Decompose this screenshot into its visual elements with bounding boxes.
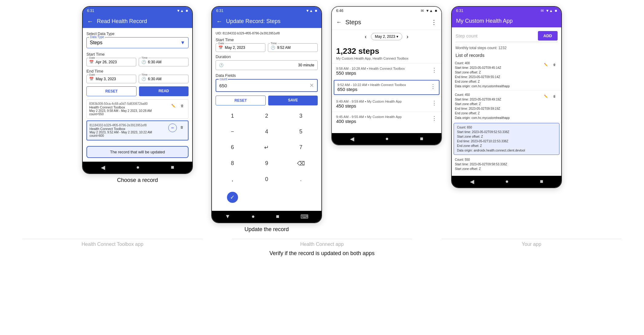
phone1-record1-delete-button[interactable]: 🗑 bbox=[178, 102, 186, 109]
numpad-4[interactable]: 4 bbox=[250, 124, 283, 139]
phone2-save-button[interactable]: SAVE bbox=[268, 96, 318, 105]
phone3-recent-nav[interactable]: ■ bbox=[420, 136, 423, 142]
phone3-status-bar: 6:46 ✉ ▼▲ ■ bbox=[332, 7, 441, 15]
phone2-back-nav[interactable]: ▼ bbox=[225, 213, 230, 220]
phone3-record-4[interactable]: 9:45 AM - 9:55 AM • My Custom Health App… bbox=[332, 112, 441, 127]
phone2-start-time-field[interactable]: Time 🕐 9:52 AM bbox=[268, 43, 318, 52]
phone2-clear-icon[interactable]: ✕ bbox=[309, 82, 314, 89]
phone1-record1-text: 8383b308-50ca-4c68-a0d7-5d830672ba80 Hea… bbox=[89, 102, 170, 116]
phone1-content: Select Data Type Data Type Steps ▼ Start… bbox=[83, 28, 192, 162]
phone1-record2-actions: ✏ 🗑 bbox=[168, 124, 185, 132]
numpad-9[interactable]: 9 bbox=[250, 156, 283, 171]
phone4-record4-count: Count: 550 bbox=[455, 157, 558, 162]
numpad-1[interactable]: 1 bbox=[216, 108, 249, 124]
phone1-back-nav[interactable]: ◀ bbox=[101, 164, 105, 171]
numpad-3[interactable]: 3 bbox=[284, 108, 318, 124]
phone2-status-bar: 6:31 ▼▲ ■ bbox=[212, 7, 321, 15]
phone4-add-button[interactable]: ADD bbox=[538, 31, 558, 41]
numpad-dot[interactable]: . bbox=[284, 172, 318, 187]
phone2-recent-nav[interactable]: ■ bbox=[276, 213, 279, 220]
phone4-app-bar: My Custom Health App bbox=[452, 15, 561, 27]
phone1-back-button[interactable]: ← bbox=[87, 18, 93, 25]
phone1-start-date-field[interactable]: Date 📅 Apr 26, 2023 bbox=[86, 58, 136, 66]
phone1-reset-button[interactable]: RESET bbox=[86, 86, 137, 96]
phone3-next-date[interactable]: › bbox=[407, 34, 408, 40]
phone2-duration-field[interactable]: 🕐 30 minute bbox=[216, 60, 318, 70]
phone4-record1-end-zone: End zone offset: Z bbox=[455, 79, 542, 84]
phone3-record-2[interactable]: 9:52 AM - 10:22 AM • Health Connect Tool… bbox=[334, 80, 439, 95]
phone1-record2-delete-button[interactable]: 🗑 bbox=[178, 124, 185, 131]
phone2-content: UID: 81184332-b329-4f05-8796-2e3913951ef… bbox=[212, 28, 321, 211]
phone3-record4-time: 9:45 AM - 9:55 AM • My Custom Health App bbox=[336, 115, 402, 119]
phone1-record1-edit-button[interactable]: ✏️ bbox=[170, 102, 177, 109]
phone2-start-datetime-row: Date 📅 May 2, 2023 Time 🕐 9:52 AM bbox=[216, 43, 318, 52]
phone1-read-button[interactable]: READ bbox=[139, 86, 189, 96]
phone1-recent-nav[interactable]: ■ bbox=[171, 164, 174, 171]
numpad-0[interactable]: 0 bbox=[250, 172, 283, 187]
phone4-record2-delete-button[interactable]: 🗑 bbox=[551, 93, 558, 100]
phone3-back-nav[interactable]: ◀ bbox=[350, 136, 354, 142]
numpad-comma[interactable]: , bbox=[216, 172, 249, 187]
numpad-2[interactable]: 2 bbox=[250, 108, 283, 124]
phone1-end-date-field[interactable]: Date 📅 May 3, 2023 bbox=[86, 75, 136, 83]
numpad-check[interactable]: ✓ bbox=[216, 187, 249, 207]
phone1-data-type-select[interactable]: Data Type Steps ▼ bbox=[86, 37, 189, 48]
phone2-keyboard-nav[interactable]: ⌨ bbox=[300, 213, 308, 220]
phone1-record2-edit-button[interactable]: ✏ bbox=[168, 124, 177, 132]
numpad-5[interactable]: 5 bbox=[284, 124, 318, 139]
phone3-prev-date[interactable]: ‹ bbox=[365, 34, 367, 40]
phone4-record2-start-zone: Start zone offset: Z bbox=[455, 102, 542, 106]
phone2-reset-button[interactable]: RESET bbox=[216, 96, 266, 105]
phone1-record2-source: Health Connect Toolbox bbox=[89, 127, 168, 131]
phone1-record2-count: count=600 bbox=[89, 134, 168, 137]
phone4-home-nav[interactable]: ● bbox=[505, 178, 509, 185]
phone3-frame: 6:46 ✉ ▼▲ ■ ← Steps ⋮ ‹ May 2, 2023 ▾ bbox=[331, 6, 442, 145]
phone3-back-button[interactable]: ← bbox=[336, 19, 342, 26]
phone4-recent-nav[interactable]: ■ bbox=[540, 178, 543, 185]
phone4-record1-delete-button[interactable]: 🗑 bbox=[551, 61, 558, 68]
numpad-8[interactable]: 8 bbox=[216, 156, 249, 171]
phone4-record2-edit-button[interactable]: ✏️ bbox=[542, 93, 550, 100]
phone1-btn-row: RESET READ bbox=[86, 86, 189, 96]
phone3-record-3[interactable]: 9:49 AM - 9:59 AM • My Custom Health App… bbox=[332, 96, 441, 112]
phone3-record3-more[interactable]: ⋮ bbox=[431, 100, 437, 106]
phone3-date-chip[interactable]: May 2, 2023 ▾ bbox=[371, 33, 402, 40]
phone1-record-item-2[interactable]: 81184332-b329-4f05-8796-2e3913951ef8 Hea… bbox=[86, 120, 189, 140]
phone4-nav-bar: ◀ ● ■ bbox=[452, 176, 561, 187]
phone1-status-bar: 6:31 ▼▲ ■ bbox=[83, 7, 192, 15]
phone4-record2-end-time: End time: 2023-05-02T09:59:19Z bbox=[455, 106, 542, 111]
phone1-start-time-field[interactable]: Time 🕐 6:30 AM bbox=[139, 58, 189, 66]
phone2-start-date-field[interactable]: Date 📅 May 2, 2023 bbox=[216, 43, 265, 52]
phone3-date-value: May 2, 2023 bbox=[375, 34, 395, 39]
numpad-check-icon[interactable]: ✓ bbox=[227, 192, 238, 203]
phone3-record1-text: 9:58 AM - 10:28 AM • Health Connect Tool… bbox=[336, 67, 405, 76]
phone3-record4-more[interactable]: ⋮ bbox=[431, 115, 437, 122]
phone1-home-nav[interactable]: ● bbox=[136, 164, 140, 171]
phone1-record-item-1[interactable]: 8383b308-50ca-4c68-a0d7-5d830672ba80 Hea… bbox=[86, 99, 189, 119]
phone4-back-nav[interactable]: ◀ bbox=[470, 178, 474, 185]
phone2-home-nav[interactable]: ● bbox=[252, 213, 255, 220]
phone3-more-icon[interactable]: ⋮ bbox=[431, 18, 437, 26]
numpad-backspace[interactable]: ⌫ bbox=[284, 156, 318, 171]
phone3-record3-steps: 450 steps bbox=[336, 103, 402, 108]
phone2-count-field[interactable]: count 650 ✕ bbox=[216, 79, 318, 92]
phone2-back-button[interactable]: ← bbox=[216, 18, 222, 25]
phone4-status-bar: 6:31 ✉ ▼▲ ■ bbox=[452, 7, 561, 15]
phone2-clock-icon2: 🕐 bbox=[219, 63, 224, 67]
phone1-end-time-field[interactable]: Time 🕐 6:30 AM bbox=[139, 75, 189, 83]
numpad-6[interactable]: 6 bbox=[216, 140, 249, 155]
phone3-record2-steps: 650 steps bbox=[337, 87, 406, 92]
phone3-home-nav[interactable]: ● bbox=[385, 136, 389, 142]
phone3-record2-more[interactable]: ⋮ bbox=[430, 83, 436, 90]
numpad-enter[interactable]: ↵ bbox=[250, 140, 283, 155]
phone3-record-1[interactable]: 9:58 AM - 10:28 AM • Health Connect Tool… bbox=[332, 63, 441, 79]
phone3-record1-more[interactable]: ⋮ bbox=[431, 67, 437, 73]
phone4-step-count-input[interactable]: Step count bbox=[455, 33, 538, 38]
phone3-date-nav: ‹ May 2, 2023 ▾ › bbox=[332, 30, 441, 43]
numpad-minus[interactable]: − bbox=[216, 124, 249, 139]
numpad-7[interactable]: 7 bbox=[284, 140, 318, 155]
phone3-record2-time: 9:52 AM - 10:22 AM • Health Connect Tool… bbox=[337, 83, 406, 87]
phone2-calendar-icon: 📅 bbox=[218, 45, 223, 50]
phone4-record1-edit-button[interactable]: ✏️ bbox=[542, 61, 550, 68]
phone2-frame: 6:31 ▼▲ ■ ← Update Record: Steps UID: 81… bbox=[211, 6, 322, 223]
